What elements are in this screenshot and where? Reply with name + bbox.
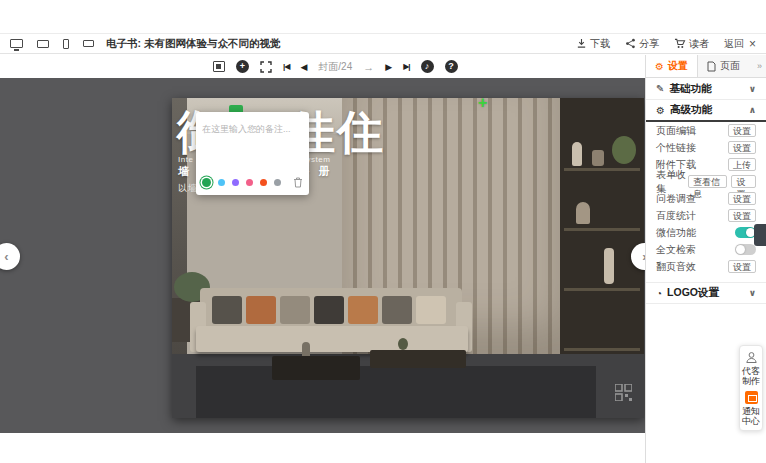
mini-preview-icon[interactable] <box>83 40 94 47</box>
desktop-preview-icon[interactable] <box>10 39 23 48</box>
row-baidu-stats: 百度统计 设置 <box>646 207 766 224</box>
wechat-toggle[interactable] <box>735 227 756 238</box>
upload-button[interactable]: 上传 <box>728 158 756 171</box>
thumbnails-button[interactable] <box>213 61 225 72</box>
tab-settings[interactable]: ⚙ 设置 <box>646 55 698 77</box>
help-button[interactable]: ? <box>445 60 458 73</box>
gear-icon: ⚙ <box>656 105 665 116</box>
reader-button[interactable]: 读者 <box>674 37 709 51</box>
back-button[interactable]: 返回 × <box>724 37 756 51</box>
note-color-gray[interactable] <box>274 179 281 186</box>
sound-button[interactable]: ♪ <box>421 60 434 73</box>
gear-icon: ⚙ <box>655 61 664 72</box>
agent-service-label[interactable]: 代客制作 <box>741 366 761 386</box>
fullscreen-button[interactable] <box>260 61 272 73</box>
tablet-preview-icon[interactable] <box>37 40 49 48</box>
prev-arrow-button[interactable]: ‹ <box>0 243 20 270</box>
settings-button[interactable]: 设置 <box>728 209 756 222</box>
row-page-edit: 页面编辑 设置 <box>646 122 766 139</box>
row-custom-link: 个性链接 设置 <box>646 139 766 156</box>
top-header: 电子书: 未有图网体验与众不同的视觉 下载 分享 读者 返回 × <box>0 33 766 54</box>
tab-pages[interactable]: 页面 <box>698 55 749 77</box>
phone-preview-icon[interactable] <box>63 39 69 49</box>
row-fulltext-search: 全文检索 <box>646 241 766 258</box>
chevron-up-icon: ∧ <box>749 105 756 115</box>
download-icon <box>576 38 587 49</box>
fulltext-toggle[interactable] <box>735 244 756 255</box>
note-color-red[interactable] <box>260 179 267 186</box>
section-basic-functions[interactable]: ✎ 基础功能 ∨ <box>646 78 766 100</box>
settings-button[interactable]: 设置 <box>731 175 756 188</box>
shelf-board <box>564 348 640 351</box>
download-button[interactable]: 下载 <box>576 37 610 51</box>
ebook-title: 电子书: 未有图网体验与众不同的视觉 <box>106 37 280 51</box>
cushion <box>212 296 242 324</box>
share-icon <box>625 38 636 49</box>
cushion <box>280 296 310 324</box>
settings-button[interactable]: 设置 <box>728 124 756 137</box>
note-input[interactable] <box>202 124 303 134</box>
close-icon[interactable]: × <box>749 37 756 51</box>
notice-icon[interactable] <box>745 391 758 404</box>
cover-photo-rug <box>196 366 596 418</box>
chevron-down-icon: ∨ <box>749 84 756 94</box>
settings-button[interactable]: 设置 <box>728 192 756 205</box>
next-page-button[interactable]: ▶ <box>385 62 392 72</box>
edge-collapse-handle[interactable] <box>754 224 766 246</box>
viewer-canvas: 御 佳住 Inte g System 墙 变 系 统 产 品 手 册 以墙为基|… <box>0 78 645 433</box>
row-wechat-function: 微信功能 <box>646 224 766 241</box>
view-info-button[interactable]: 查看信息 <box>688 175 727 188</box>
sidebar-tabs: ⚙ 设置 页面 » <box>646 55 766 78</box>
header-actions: 下载 分享 读者 返回 × <box>576 37 756 51</box>
note-color-purple[interactable] <box>232 179 239 186</box>
shelf-vase <box>592 150 604 166</box>
zoom-button[interactable]: + <box>236 60 249 73</box>
coffee-table <box>370 350 466 368</box>
note-color-blue[interactable] <box>218 179 225 186</box>
sofa-seat <box>196 326 468 352</box>
shelf-board <box>564 288 640 291</box>
cart-icon <box>674 38 686 49</box>
trash-icon[interactable] <box>293 177 303 188</box>
note-popup <box>196 112 309 195</box>
note-color-row <box>202 177 303 188</box>
row-form-collection: 表单收集 查看信息 设置 <box>646 173 766 190</box>
pencil-icon: ✎ <box>656 83 664 94</box>
coffee-table <box>272 356 360 380</box>
shelf-vase <box>604 248 614 284</box>
logo-icon: ◔ <box>656 288 662 299</box>
note-color-pink[interactable] <box>246 179 253 186</box>
shelf-board <box>564 228 640 231</box>
qr-code-icon[interactable] <box>615 384 632 401</box>
device-preview-switcher <box>10 39 94 49</box>
notice-center-label[interactable]: 通知中心 <box>741 406 761 426</box>
floating-service-widget: 代客制作 通知中心 <box>739 345 763 431</box>
settings-button[interactable]: 设置 <box>728 260 756 273</box>
person-icon <box>745 351 758 364</box>
table-plant <box>398 338 408 350</box>
cushion <box>246 296 276 324</box>
cushion <box>314 296 344 324</box>
section-logo-settings[interactable]: ◔ LOGO设置 ∨ <box>646 282 766 304</box>
page-indicator[interactable]: 封面/24 <box>318 60 352 74</box>
cushion <box>416 296 446 324</box>
cushion <box>382 296 412 324</box>
sound-icon: ♪ <box>425 60 430 73</box>
app-root: 电子书: 未有图网体验与众不同的视觉 下载 分享 读者 返回 × + <box>0 0 766 463</box>
settings-button[interactable]: 设置 <box>728 141 756 154</box>
sidebar-collapse-arrow[interactable]: » <box>757 55 766 77</box>
shelf-vase <box>572 142 582 166</box>
last-page-button[interactable]: ▶| <box>403 62 409 71</box>
page-icon <box>707 61 716 72</box>
share-button[interactable]: 分享 <box>625 37 659 51</box>
viewer-toolbar: + |◀ ◀ 封面/24 → ▶ ▶| ♪ ? <box>0 55 645 78</box>
cushion <box>348 296 378 324</box>
first-page-button[interactable]: |◀ <box>283 62 289 71</box>
note-color-green[interactable] <box>202 178 211 187</box>
add-note-plus-icon[interactable]: + <box>478 96 487 110</box>
prev-page-button[interactable]: ◀ <box>300 62 307 72</box>
section-advanced-functions[interactable]: ⚙ 高级功能 ∧ <box>646 100 766 122</box>
shelf-vase <box>576 202 590 224</box>
goto-page-arrow[interactable]: → <box>363 61 374 73</box>
zoom-plus-icon: + <box>240 60 245 73</box>
